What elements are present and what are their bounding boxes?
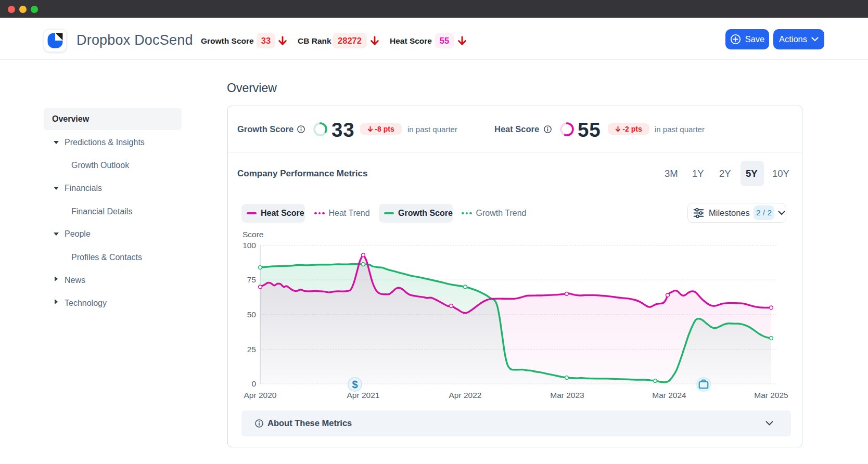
svg-text:50: 50 xyxy=(247,310,257,319)
svg-text:Mar 2025: Mar 2025 xyxy=(754,391,788,399)
svg-text:Mar 2023: Mar 2023 xyxy=(550,391,584,399)
svg-text:75: 75 xyxy=(247,275,256,284)
svg-text:$: $ xyxy=(352,379,358,390)
svg-text:25: 25 xyxy=(247,345,256,354)
svg-text:Apr 2020: Apr 2020 xyxy=(244,391,277,399)
svg-text:Apr 2022: Apr 2022 xyxy=(449,391,482,399)
svg-text:100: 100 xyxy=(242,241,256,250)
svg-text:Mar 2024: Mar 2024 xyxy=(652,391,686,399)
svg-text:0: 0 xyxy=(251,379,256,388)
svg-text:Score: Score xyxy=(242,230,264,239)
svg-text:Apr 2021: Apr 2021 xyxy=(347,391,380,399)
